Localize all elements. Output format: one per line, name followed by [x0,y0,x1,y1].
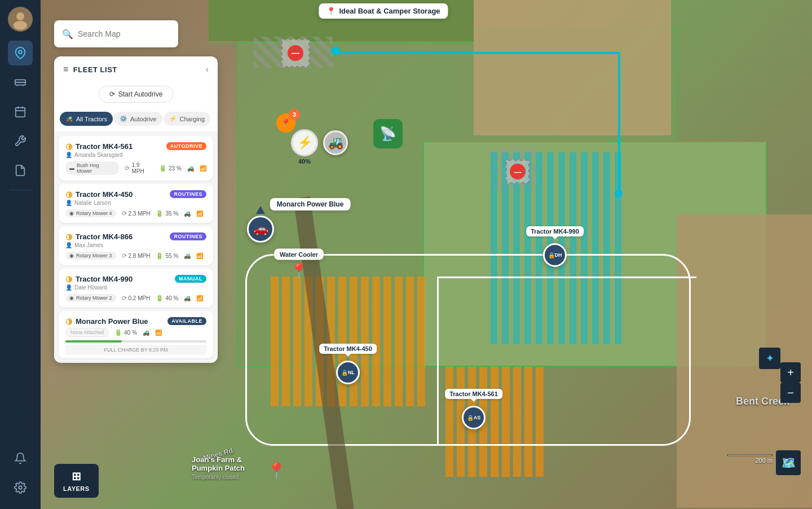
map-type-button[interactable]: 🗺️ [776,450,801,475]
location-label-top: 📍 Ideal Boat & Camper Storage [319,3,448,19]
sidebar-item-fleet[interactable] [8,70,33,95]
filter-charging[interactable]: ⚡ Charging [164,112,211,126]
filter-tabs: 🚜 All Tractors ⚙️ Autodrive ⚡ Charging [54,112,218,131]
battery-stat: 🔋55% [156,252,178,260]
operator-name: 👤Max James [65,242,206,248]
zoom-out-button[interactable]: − [780,383,801,403]
connected-stat: 🚜 [187,165,194,172]
fleet-title: ≡ FLEET LIST [63,64,117,74]
fleet-header: ≡ FLEET LIST ‹ [54,56,218,80]
charging-station-marker[interactable]: ⚡ 40% [291,129,318,156]
fleet-close-button[interactable]: ‹ [206,64,209,74]
tractor-card-monarch[interactable]: ◑ Monarch Power Blue AVAILABLE None Atta… [59,311,213,358]
autodrive-section: ⟳ Start Autodrive [54,80,218,112]
tractor-card-mk4-990[interactable]: ◑ Tractor MK4-990 MANUAL 👤Dale Howard ◉R… [59,269,213,308]
location-pin-icon: 📍 [326,7,336,15]
stop-marker-right[interactable]: — [506,160,529,183]
sidebar-item-calendar[interactable] [8,99,33,124]
speed-stat: ⟳2.8 MPH [122,252,151,260]
layers-label: LAYERS [63,485,90,492]
manual-badge: MANUAL [175,275,206,283]
layers-button[interactable]: ⊞ LAYERS [54,464,99,498]
start-autodrive-button[interactable]: ⟳ Start Autodrive [99,86,174,103]
search-input[interactable] [78,29,170,38]
autodrive-filter-icon: ⚙️ [120,115,127,122]
list-icon: ≡ [63,64,69,74]
operator-name: 👤Amanda Skarsgard [65,152,206,158]
sidebar-item-reports[interactable] [8,158,33,183]
search-bar[interactable]: 🔍 [54,20,178,47]
sidebar-item-tools[interactable] [8,129,33,153]
fleet-panel: ≡ FLEET LIST ‹ ⟳ Start Autodrive 🚜 All T… [54,56,218,363]
speed-stat: ⟳0.2 MPH [122,295,151,302]
charging-filter-icon: ⚡ [169,115,177,122]
stop-marker-top[interactable]: — [281,39,310,67]
battery-stat: 🔋40% [156,295,178,302]
attachment-pill: ▬Bush Hog Mower [65,161,119,175]
tractor-mk4-561-label: Tractor MK4-561 [445,389,502,399]
battery-fill [65,340,122,343]
sidebar [0,0,41,509]
route-segment-h [437,277,696,278]
svg-point-8 [19,486,22,489]
tractor-status-icon: ◑ [65,142,72,151]
joans-farm-pin[interactable]: 📍 [267,462,286,480]
route-segment-v [437,278,439,446]
autodrive-badge: AUTODRIVE [166,142,206,150]
route-dot-2 [615,190,623,198]
zoom-in-button[interactable]: + [780,362,801,383]
map-controls: + − [780,362,801,407]
tractor-mk4-990-label: Tractor MK4-990 [526,226,584,236]
tractor-placeholder-marker[interactable]: 🚜 [323,130,348,155]
tractor-card-mk4-561[interactable]: ◑ Tractor MK4-561 AUTODRIVE 👤Amanda Skar… [59,136,213,181]
svg-point-2 [19,50,22,54]
scale-bar: 200 m [727,454,773,464]
available-badge: AVAILABLE [167,317,206,325]
attachment-pill: ◉Rotary Mower 3 [65,252,116,260]
attachment-pill: ◉Rotary Mower 2 [65,294,116,302]
route-dot [331,46,340,55]
attachment-pill: ◉Rotary Mower 4 [65,209,116,217]
tractor-card-mk4-450[interactable]: ◑ Tractor MK4-450 ROUTINES 👤Natalie Lars… [59,184,213,223]
sidebar-item-map[interactable] [8,41,33,65]
locate-btn[interactable]: ✦ [759,348,780,369]
search-icon: 🔍 [62,29,73,40]
autodrive-icon: ⟳ [109,90,115,98]
wifi-stat: 📶 [200,165,206,172]
golf-cart-marker[interactable]: 🚗 [247,216,274,243]
fleet-title-text: FLEET LIST [73,65,117,74]
wifi-station-marker[interactable]: 📡 [373,119,403,148]
routines-badge: ROUTINES [170,190,206,198]
routines-badge-2: ROUTINES [170,232,206,240]
route-line-h [333,52,620,54]
tractor-card-mk4-866[interactable]: ◑ Tractor MK4-866 ROUTINES 👤Max James ◉R… [59,226,213,265]
cluster-marker[interactable]: 📍 3 [276,113,295,133]
battery-stat: 🔋23% [159,165,182,172]
cluster-count: 3 [289,109,300,120]
operator-name: 👤Natalie Larson [65,200,206,206]
battery-bar [65,340,206,343]
location-label-text: Ideal Boat & Camper Storage [339,7,440,15]
avatar[interactable] [8,7,33,32]
svg-point-0 [16,12,24,20]
tractor-mk4-561-marker[interactable]: Tractor MK4-561 🔒AS [462,406,486,429]
filter-autodrive[interactable]: ⚙️ Autodrive [114,112,162,126]
svg-rect-4 [16,108,25,117]
sidebar-item-settings[interactable] [8,475,33,500]
charge-text: FULL CHARGE BY 6:23 PM [65,345,206,355]
operator-name: 👤Dale Howard [65,284,206,291]
tractor-list: ◑ Tractor MK4-561 AUTODRIVE 👤Amanda Skar… [54,131,218,363]
tractor-mk4-450-marker[interactable]: Tractor MK4-450 🔒NL [336,361,360,384]
filter-all-tractors[interactable]: 🚜 All Tractors [60,112,113,126]
direction-triangle [256,206,265,214]
tractor-mk4-990-marker[interactable]: Tractor MK4-990 🔒DH [543,243,567,267]
monarch-label: Monarch Power Blue [270,198,351,210]
sidebar-divider [9,190,32,190]
tractor-icon: 🚜 [65,115,73,122]
layers-icon: ⊞ [72,469,82,483]
battery-stat: 🔋40% [114,329,137,336]
speed-stat: ⟳1.9 MPH [125,162,153,174]
battery-stat: 🔋35% [156,210,178,217]
sidebar-item-notifications[interactable] [8,446,33,471]
water-cooler-marker[interactable]: Water Cooler 📍 [274,249,324,280]
